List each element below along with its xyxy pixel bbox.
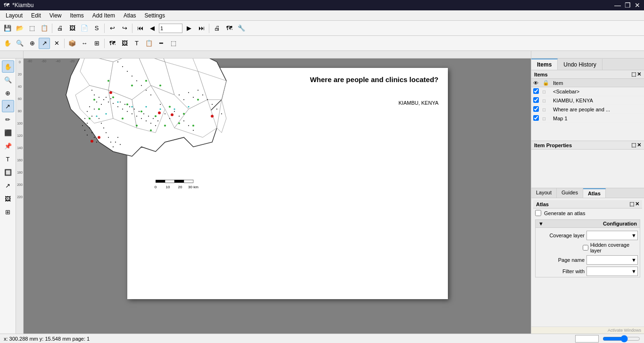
item-row-map[interactable]: □ Map 1 — [531, 114, 644, 123]
resize-btn[interactable]: ↔ — [79, 38, 90, 49]
prev-page-button[interactable]: ◀ — [147, 23, 158, 34]
items-panel: Items ⬚ ✕ 👁 🔒 Item □ — [531, 70, 644, 141]
item-props-close-btn[interactable]: ✕ — [637, 142, 641, 148]
svg-point-64 — [91, 116, 92, 117]
undo-button[interactable]: ↩ — [107, 23, 118, 34]
menu-add-item[interactable]: Add Item — [89, 11, 119, 20]
svg-point-3 — [101, 104, 102, 105]
select-btn[interactable]: ↗ — [39, 38, 50, 49]
scalebar-visible-cb[interactable] — [533, 88, 539, 94]
redo-button[interactable]: ↪ — [119, 23, 130, 34]
duplicate-button[interactable]: ⬚ — [26, 23, 38, 34]
add-image-left-btn[interactable]: 🖼 — [2, 192, 14, 205]
add-box-btn[interactable]: 🔲 — [2, 166, 14, 178]
add-table-btn[interactable]: ⊞ — [2, 206, 14, 218]
map-visible-cb[interactable] — [533, 115, 539, 121]
export-svg-button[interactable]: S — [91, 23, 102, 34]
zoom-extent-btn[interactable]: ⊕ — [26, 38, 38, 49]
titlebar-controls[interactable]: — ❐ ✕ — [614, 1, 640, 9]
add-map-btn[interactable]: 🗺 — [107, 38, 118, 49]
pan-left-btn[interactable]: ✋ — [2, 60, 14, 73]
item-row-kiambu[interactable]: □ KIAMBU, KENYA — [531, 96, 644, 105]
tab-items[interactable]: Items — [531, 59, 558, 70]
add-image-btn[interactable]: 🖼 — [119, 38, 130, 49]
add-shape-btn[interactable]: ⬚ — [168, 38, 179, 49]
print2-button[interactable]: 🖨 — [211, 23, 223, 34]
pan-tool-btn[interactable]: ✋ — [2, 38, 13, 49]
svg-point-105 — [106, 113, 107, 115]
item-row-scalebar[interactable]: □ <Scalebar> — [531, 87, 644, 96]
templates-button[interactable]: 📋 — [39, 23, 50, 34]
add-label-btn[interactable]: T — [131, 38, 142, 49]
export-image-button[interactable]: 🖼 — [66, 23, 78, 34]
item-row-title[interactable]: □ Where are people and ... — [531, 105, 644, 114]
save-button[interactable]: 💾 — [2, 23, 13, 34]
atlas-close-btn[interactable]: ✕ — [635, 201, 639, 207]
activate-windows-notice: Activate Windows — [531, 326, 644, 334]
menu-edit[interactable]: Edit — [27, 11, 45, 20]
add-legend-btn[interactable]: 📋 — [143, 38, 155, 49]
item-props-expand-btn[interactable]: ⬚ — [631, 142, 636, 148]
tab-undo-history[interactable]: Undo History — [558, 59, 602, 70]
items-expand-btn[interactable]: ⬚ — [631, 71, 636, 77]
menu-view[interactable]: View — [46, 11, 66, 20]
print-button[interactable]: 🖨 — [54, 23, 66, 34]
settings-button[interactable]: 🔧 — [236, 23, 247, 34]
zoom-left-btn[interactable]: 🔍 — [2, 74, 14, 86]
add-arrow-btn[interactable]: ↗ — [2, 179, 14, 192]
svg-point-81 — [140, 110, 142, 112]
items-close-btn[interactable]: ✕ — [637, 71, 641, 77]
generate-atlas-row[interactable]: Generate an atlas — [533, 209, 642, 218]
config-header[interactable]: ▼ Configuration — [536, 220, 640, 228]
map-page[interactable]: Where are people and clinics located? KI… — [127, 68, 448, 299]
page-number-input[interactable] — [159, 24, 182, 33]
svg-point-18 — [141, 118, 142, 119]
menu-layout[interactable]: Layout — [2, 11, 26, 20]
move-content-btn[interactable]: ⬛ — [2, 126, 14, 139]
hidden-coverage-checkbox[interactable] — [583, 245, 588, 251]
tab-guides[interactable]: Guides — [557, 188, 583, 198]
generate-atlas-checkbox[interactable] — [535, 210, 541, 216]
coverage-layer-combo[interactable]: ▼ — [586, 231, 638, 240]
tab-layout[interactable]: Layout — [531, 188, 557, 198]
zoom-in-btn[interactable]: 🔍 — [14, 38, 25, 49]
zoom-input[interactable]: 59.8% — [575, 335, 599, 343]
menu-atlas[interactable]: Atlas — [120, 11, 140, 20]
move-item-btn[interactable]: 📦 — [66, 38, 78, 49]
map-title-text: Where are people and clinics located? — [310, 75, 438, 84]
zoom-slider[interactable] — [603, 336, 640, 342]
align-btn[interactable]: ⊞ — [91, 38, 102, 49]
close-button[interactable]: ✕ — [635, 1, 640, 9]
add-scalebar-btn[interactable]: ━ — [156, 38, 167, 49]
last-page-button[interactable]: ⏭ — [196, 23, 207, 34]
title-visible-cb[interactable] — [533, 106, 539, 112]
app-title: *Kiambu — [12, 2, 33, 8]
select-items-btn[interactable]: ↗ — [2, 100, 14, 112]
next-page-button[interactable]: ▶ — [183, 23, 195, 34]
export-pdf-button[interactable]: 📄 — [79, 23, 90, 34]
open-button[interactable]: 📂 — [14, 23, 25, 34]
zoom-full-btn[interactable]: ⊕ — [2, 87, 14, 99]
first-page-button[interactable]: ⏮ — [134, 23, 146, 34]
add-label-left-btn[interactable]: T — [2, 153, 14, 165]
middle-area: ✋ 🔍 ⊕ ↗ ✏ ⬛ 📌 T 🔲 ↗ 🖼 ⊞ 0 20 40 60 80 1 — [0, 59, 644, 334]
menu-settings[interactable]: Settings — [141, 11, 169, 20]
atlas-button[interactable]: 🗺 — [223, 23, 235, 34]
edit-content-btn[interactable]: ✏ — [2, 113, 14, 125]
pin-content-btn[interactable]: 📌 — [2, 140, 14, 152]
minimize-button[interactable]: — — [614, 1, 621, 9]
svg-point-99 — [117, 101, 119, 103]
canvas-area[interactable]: -80 -60 -40 -20 0 20 Where are people an… — [24, 59, 531, 334]
titlebar: 🗺 *Kiambu — ❐ ✕ — [0, 0, 644, 10]
rv-80: 80 — [16, 109, 24, 113]
menu-items[interactable]: Items — [66, 11, 88, 20]
maximize-button[interactable]: ❐ — [625, 1, 631, 9]
kiambu-visible-cb[interactable] — [533, 97, 539, 103]
svg-point-34 — [188, 125, 189, 126]
atlas-expand-btn[interactable]: ⬚ — [629, 201, 634, 207]
generate-atlas-label[interactable]: Generate an atlas — [544, 210, 585, 216]
tab-atlas[interactable]: Atlas — [583, 188, 606, 198]
deselect-btn[interactable]: ✕ — [51, 38, 62, 49]
page-name-combo[interactable]: ▼ — [586, 255, 638, 265]
filter-with-combo[interactable]: ▼ — [586, 267, 638, 276]
